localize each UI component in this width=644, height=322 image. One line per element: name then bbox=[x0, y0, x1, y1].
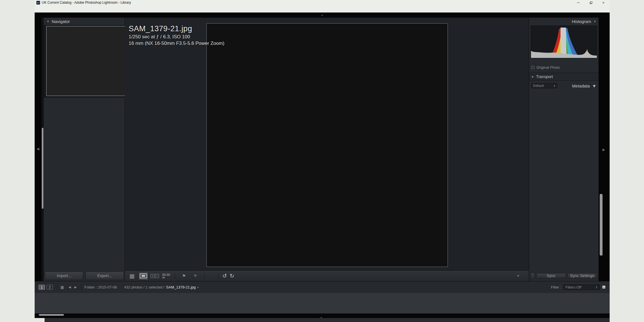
screen: Lr UK Current Catalog - Adobe Photoshop … bbox=[0, 0, 644, 322]
right-scrollbar-thumb[interactable] bbox=[600, 194, 603, 256]
filmstrip-selected-filename: SAM_1379-21.jpg bbox=[166, 285, 196, 289]
titlebar: Lr UK Current Catalog - Adobe Photoshop … bbox=[35, 0, 610, 5]
right-panel-collapse-strip[interactable]: ▶ bbox=[599, 18, 610, 281]
rotate-cw-button[interactable]: ↻ bbox=[230, 273, 234, 279]
filmstrip-selection-info: 432 photos / 1 selected / bbox=[124, 285, 164, 289]
compare-icon: XY bbox=[150, 274, 159, 278]
minimize-button[interactable] bbox=[572, 0, 585, 5]
toolbar-options-dropdown[interactable]: ▼ bbox=[517, 274, 520, 277]
restore-button[interactable] bbox=[585, 0, 597, 5]
panel-right-icon: ▶ bbox=[532, 75, 534, 78]
previous-photo-button[interactable]: ◀ bbox=[68, 285, 71, 289]
grid-view-button[interactable]: ▦ bbox=[127, 272, 137, 280]
panel-down-icon: ▼ bbox=[592, 83, 596, 88]
filmstrip-source-dropdown-icon[interactable]: ▾ bbox=[197, 286, 199, 289]
autosync-toggle-icon[interactable] bbox=[531, 273, 535, 279]
content-area: ◀ ▼ Navigator bbox=[35, 18, 610, 281]
navigator-preview-image[interactable] bbox=[46, 26, 125, 96]
original-photo-label: Original Photo bbox=[536, 65, 560, 70]
import-button[interactable]: Import... bbox=[45, 271, 83, 280]
panel-down-icon: ▼ bbox=[593, 20, 596, 23]
menubar bbox=[35, 5, 610, 12]
navigator-title: Navigator bbox=[52, 19, 70, 24]
navigator-header[interactable]: ▼ Navigator bbox=[44, 18, 125, 25]
histogram-chart[interactable] bbox=[531, 26, 597, 58]
taskbar-sliver bbox=[45, 318, 610, 322]
filmstrip bbox=[35, 293, 610, 313]
histogram-svg bbox=[531, 26, 597, 58]
histogram-title: Histogram bbox=[572, 19, 591, 24]
histogram-header[interactable]: Histogram ▼ bbox=[529, 18, 599, 25]
sync-button[interactable]: Sync bbox=[536, 273, 566, 278]
left-panel: ▼ Navigator Import... Export... bbox=[41, 18, 125, 281]
main-preview-area: SAM_1379-21.jpg 1/250 sec at ƒ / 6.3, IS… bbox=[125, 18, 529, 281]
lightroom-window: Lr UK Current Catalog - Adobe Photoshop … bbox=[35, 0, 610, 318]
filter-label: Filter : bbox=[551, 285, 561, 289]
original-photo-checkbox[interactable] bbox=[531, 66, 534, 69]
window-controls: × bbox=[572, 0, 610, 5]
filmstrip-scrollbar-thumb[interactable] bbox=[39, 314, 64, 316]
metadata-header: Default ⇕ Metadata ▼ bbox=[529, 82, 599, 90]
original-photo-row[interactable]: Original Photo bbox=[531, 65, 560, 70]
view-toolbar: ▦ XY ⚑ ⚑ ↺ ↻ ▼ bbox=[125, 270, 529, 281]
collapse-top-icon[interactable]: ▼ bbox=[321, 14, 323, 17]
metadata-title-group[interactable]: Metadata ▼ bbox=[572, 83, 596, 88]
left-panel-buttons: Import... Export... bbox=[44, 271, 125, 280]
loupe-icon bbox=[140, 273, 147, 278]
lightroom-app-icon: Lr bbox=[36, 1, 40, 5]
navigator-preview[interactable] bbox=[44, 25, 125, 98]
overlay-lens: 16 mm (NX 16-50mm F3.5-5.6 Power Zoom) bbox=[129, 41, 224, 46]
transport-title: Transport bbox=[536, 74, 553, 79]
export-button[interactable]: Export... bbox=[85, 271, 124, 280]
filter-lock-icon[interactable] bbox=[602, 285, 606, 289]
photo-info-overlay: SAM_1379-21.jpg 1/250 sec at ƒ / 6.3, IS… bbox=[129, 24, 224, 46]
loupe-view-button[interactable] bbox=[139, 272, 148, 280]
metadata-title: Metadata bbox=[572, 83, 590, 88]
transport-header[interactable]: ▶ Transport bbox=[529, 73, 599, 81]
secondary-window-button-2[interactable]: 2 bbox=[47, 285, 53, 290]
rotate-ccw-button[interactable]: ↺ bbox=[222, 273, 227, 279]
close-button[interactable]: × bbox=[597, 0, 610, 5]
compare-view-button[interactable]: XY bbox=[150, 272, 160, 280]
spinner-icon: ⇕ bbox=[553, 84, 556, 87]
next-photo-button[interactable]: ▶ bbox=[74, 285, 77, 289]
grid-view-shortcut-icon[interactable]: ▦ bbox=[60, 285, 64, 289]
survey-icon bbox=[162, 274, 170, 278]
filter-group: Filter : Filters Off ⇕ bbox=[551, 285, 606, 290]
top-panel-strip[interactable]: ▼ bbox=[35, 12, 610, 18]
folder-tree bbox=[44, 99, 125, 270]
collapse-left-icon[interactable]: ◀ bbox=[37, 147, 39, 151]
sync-settings-button[interactable]: Sync Settings bbox=[568, 273, 597, 278]
panel-down-icon: ▼ bbox=[47, 20, 49, 23]
window-title: UK Current Catalog - Adobe Photoshop Lig… bbox=[42, 1, 131, 5]
left-scrollbar[interactable] bbox=[41, 18, 44, 281]
sync-row: Sync Sync Settings bbox=[529, 271, 599, 280]
collapse-right-icon[interactable]: ▶ bbox=[603, 148, 605, 152]
flag-pick-button[interactable]: ⚑ bbox=[179, 272, 189, 280]
secondary-window-button-1[interactable]: 1 bbox=[39, 285, 45, 290]
filmstrip-scrollbar[interactable] bbox=[35, 313, 610, 316]
filter-dropdown[interactable]: Filters Off ⇕ bbox=[563, 285, 600, 290]
survey-view-button[interactable] bbox=[161, 272, 171, 280]
right-panel: Histogram ▼ bbox=[529, 18, 599, 281]
filmstrip-header: 1 2 ▦ ◀ ▶ Folder : 2015-07-06 432 photos… bbox=[35, 281, 610, 293]
overlay-exposure: 1/250 sec at ƒ / 6.3, ISO 100 bbox=[129, 34, 224, 40]
left-panel-collapse-strip[interactable]: ◀ bbox=[35, 18, 41, 281]
metadata-view-select[interactable]: Default ⇕ bbox=[531, 83, 557, 88]
filmstrip-folder-info[interactable]: Folder : 2015-07-06 bbox=[84, 285, 117, 289]
left-scrollbar-thumb[interactable] bbox=[42, 128, 43, 209]
flag-reject-button[interactable]: ⚑ bbox=[191, 272, 200, 280]
app-area: ▼ ◀ ▼ Navigator bbox=[35, 12, 610, 318]
spinner-icon: ⇕ bbox=[595, 286, 598, 289]
main-photo[interactable] bbox=[206, 23, 448, 267]
overlay-filename: SAM_1379-21.jpg bbox=[129, 24, 224, 33]
